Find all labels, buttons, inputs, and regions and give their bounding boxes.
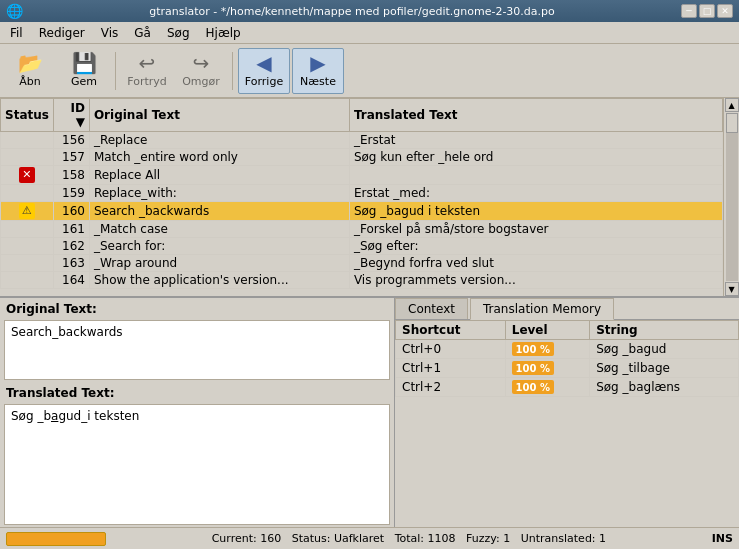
row-original-cell: Show the application's version...: [89, 272, 349, 289]
scrollbar-up-btn[interactable]: ▲: [725, 98, 739, 112]
tm-row[interactable]: Ctrl+2100 %Søg _baglæns: [396, 378, 739, 397]
table-row[interactable]: 161_Match case_Forskel på små/store bogs…: [1, 221, 723, 238]
row-original-cell: Replace All: [89, 166, 349, 185]
open-button[interactable]: 📂 Åbn: [4, 48, 56, 94]
row-status-cell: [1, 221, 54, 238]
level-bar: 100 %: [512, 342, 583, 356]
tm-row[interactable]: Ctrl+0100 %Søg _bagud: [396, 340, 739, 359]
row-translated-cell: Vis programmets version...: [349, 272, 722, 289]
level-bar: 100 %: [512, 361, 583, 375]
redo-button[interactable]: ↪ Omgør: [175, 48, 227, 94]
menu-gaa[interactable]: Gå: [126, 24, 159, 42]
redo-icon: ↪: [193, 53, 210, 73]
row-translated-cell: Erstat _med:: [349, 185, 722, 202]
ins-badge: INS: [712, 532, 733, 545]
menu-vis[interactable]: Vis: [93, 24, 127, 42]
next-icon: ▶: [310, 53, 325, 73]
scrollbar-thumb[interactable]: [726, 113, 738, 133]
titlebar: 🌐 gtranslator - */home/kenneth/mappe med…: [0, 0, 739, 22]
row-original-cell: _Replace: [89, 132, 349, 149]
table-row[interactable]: 159Replace_with:Erstat _med:: [1, 185, 723, 202]
row-translated-cell: _Erstat: [349, 132, 722, 149]
minimize-button[interactable]: ─: [681, 4, 697, 18]
translated-text-area[interactable]: Søg _bagud_i teksten: [4, 404, 390, 525]
row-original-cell: Search _backwards: [89, 202, 349, 221]
table-row[interactable]: 157Match _entire word onlySøg kun efter …: [1, 149, 723, 166]
table-row[interactable]: 163_Wrap around_Begynd forfra ved slut: [1, 255, 723, 272]
tm-row[interactable]: Ctrl+1100 %Søg _tilbage: [396, 359, 739, 378]
level-fill: 100 %: [512, 380, 554, 394]
row-status-cell: [1, 272, 54, 289]
original-text: Search_backwards: [11, 325, 123, 339]
save-button[interactable]: 💾 Gem: [58, 48, 110, 94]
table-row[interactable]: ⚠160Search _backwardsSøg _bagud i tekste…: [1, 202, 723, 221]
undo-button[interactable]: ↩ Fortryd: [121, 48, 173, 94]
row-status-cell: [1, 149, 54, 166]
translation-table: Status ID ▼ Original Text Translated Tex…: [0, 98, 723, 289]
right-panel: Context Translation Memory Shortcut Leve…: [395, 298, 739, 527]
row-status-cell: ⚠: [1, 202, 54, 221]
row-id-cell: 163: [53, 255, 89, 272]
original-text-label: Original Text:: [0, 298, 394, 318]
table-wrapper: Status ID ▼ Original Text Translated Tex…: [0, 98, 739, 296]
row-status-cell: ✕: [1, 166, 54, 185]
maximize-button[interactable]: □: [699, 4, 715, 18]
translation-table-container: Status ID ▼ Original Text Translated Tex…: [0, 98, 739, 297]
warning-icon: ⚠: [19, 203, 35, 219]
tab-context[interactable]: Context: [395, 298, 468, 319]
titlebar-controls: ─ □ ✕: [681, 4, 733, 18]
tab-translation-memory[interactable]: Translation Memory: [470, 298, 614, 320]
save-icon: 💾: [72, 53, 97, 73]
row-original-cell: Match _entire word only: [89, 149, 349, 166]
scrollbar-down-btn[interactable]: ▼: [725, 282, 739, 296]
tm-col-level: Level: [505, 321, 589, 340]
bottom-panels: Original Text: Search_backwards Translat…: [0, 297, 739, 527]
tm-level-cell: 100 %: [505, 378, 589, 397]
table-scrollbar[interactable]: ▲ ▼: [723, 98, 739, 296]
row-status-cell: [1, 185, 54, 202]
tm-string-cell: Søg _baglæns: [590, 378, 739, 397]
col-status: Status: [1, 99, 54, 132]
table-row[interactable]: 164Show the application's version...Vis …: [1, 272, 723, 289]
tm-level-cell: 100 %: [505, 340, 589, 359]
menu-soeg[interactable]: Søg: [159, 24, 198, 42]
translated-text-label: Translated Text:: [0, 382, 394, 402]
menu-hjaelp[interactable]: Hjælp: [198, 24, 249, 42]
undo-icon: ↩: [139, 53, 156, 73]
main-area: Status ID ▼ Original Text Translated Tex…: [0, 98, 739, 527]
tm-shortcut-cell: Ctrl+0: [396, 340, 506, 359]
save-label: Gem: [71, 75, 97, 88]
table-row[interactable]: 156_Replace_Erstat: [1, 132, 723, 149]
row-translated-cell: Søg kun efter _hele ord: [349, 149, 722, 166]
open-icon: 📂: [18, 53, 43, 73]
next-button[interactable]: ▶ Næste: [292, 48, 344, 94]
scrollbar-track[interactable]: [726, 113, 738, 281]
row-id-cell: 157: [53, 149, 89, 166]
close-button[interactable]: ✕: [717, 4, 733, 18]
row-status-cell: [1, 255, 54, 272]
col-original: Original Text: [89, 99, 349, 132]
row-id-cell: 159: [53, 185, 89, 202]
row-original-cell: Replace_with:: [89, 185, 349, 202]
row-original-cell: _Search for:: [89, 238, 349, 255]
menu-rediger[interactable]: Rediger: [31, 24, 93, 42]
table-scroll[interactable]: Status ID ▼ Original Text Translated Tex…: [0, 98, 723, 296]
tm-shortcut-cell: Ctrl+2: [396, 378, 506, 397]
row-translated-cell: Søg _bagud i teksten: [349, 202, 722, 221]
row-translated-cell: [349, 166, 722, 185]
table-row[interactable]: 162_Search for:_Søg efter:: [1, 238, 723, 255]
level-fill: 100 %: [512, 342, 554, 356]
redo-label: Omgør: [182, 75, 220, 88]
next-label: Næste: [300, 75, 336, 88]
col-id[interactable]: ID ▼: [53, 99, 89, 132]
tm-table: Shortcut Level String Ctrl+0100 %Søg _ba…: [395, 320, 739, 397]
open-label: Åbn: [19, 75, 40, 88]
undo-label: Fortryd: [127, 75, 167, 88]
tm-table-container: Shortcut Level String Ctrl+0100 %Søg _ba…: [395, 320, 739, 527]
prev-label: Forrige: [245, 75, 283, 88]
table-row[interactable]: ✕158Replace All: [1, 166, 723, 185]
row-original-cell: _Wrap around: [89, 255, 349, 272]
menu-fil[interactable]: Fil: [2, 24, 31, 42]
prev-button[interactable]: ◀ Forrige: [238, 48, 290, 94]
level-bar: 100 %: [512, 380, 583, 394]
